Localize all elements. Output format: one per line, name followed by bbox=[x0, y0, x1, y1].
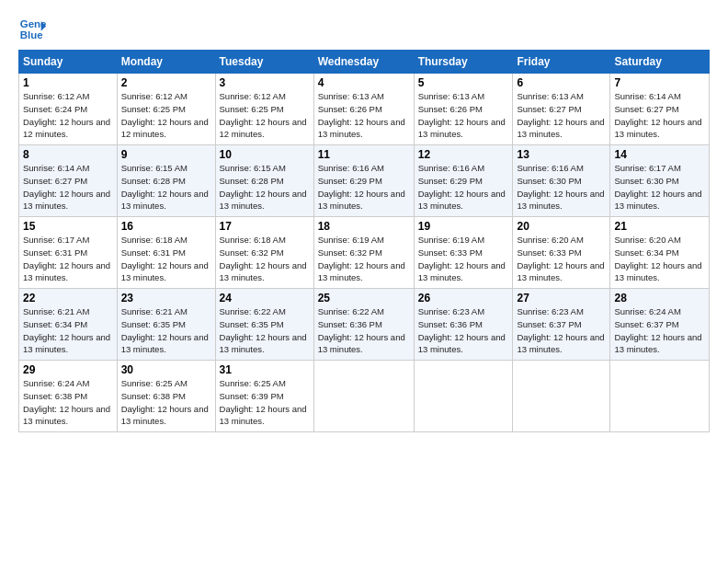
day-info: Sunrise: 6:20 AMSunset: 6:33 PMDaylight:… bbox=[517, 235, 604, 282]
calendar-week-1: 1 Sunrise: 6:12 AMSunset: 6:24 PMDayligh… bbox=[19, 74, 710, 145]
day-number: 15 bbox=[23, 220, 113, 233]
day-number: 27 bbox=[517, 292, 606, 304]
calendar-cell: 13 Sunrise: 6:16 AMSunset: 6:30 PMDaylig… bbox=[513, 145, 610, 217]
day-info: Sunrise: 6:18 AMSunset: 6:32 PMDaylight:… bbox=[220, 235, 307, 282]
calendar-cell: 16 Sunrise: 6:18 AMSunset: 6:31 PMDaylig… bbox=[117, 217, 215, 289]
day-number: 1 bbox=[23, 76, 113, 89]
logo: General Blue bbox=[18, 15, 46, 42]
calendar-cell bbox=[313, 361, 414, 432]
day-number: 31 bbox=[220, 363, 310, 376]
day-info: Sunrise: 6:13 AMSunset: 6:26 PMDaylight:… bbox=[418, 91, 506, 139]
day-number: 8 bbox=[23, 148, 113, 161]
calendar-cell: 22 Sunrise: 6:21 AMSunset: 6:34 PMDaylig… bbox=[19, 289, 118, 361]
day-info: Sunrise: 6:21 AMSunset: 6:34 PMDaylight:… bbox=[23, 306, 110, 354]
weekday-header-friday: Friday bbox=[513, 51, 610, 74]
day-info: Sunrise: 6:24 AMSunset: 6:37 PMDaylight:… bbox=[614, 306, 701, 354]
logo-icon: General Blue bbox=[18, 15, 46, 42]
calendar-week-4: 22 Sunrise: 6:21 AMSunset: 6:34 PMDaylig… bbox=[19, 289, 710, 361]
calendar-cell bbox=[414, 361, 513, 432]
day-number: 14 bbox=[614, 148, 705, 161]
day-info: Sunrise: 6:23 AMSunset: 6:37 PMDaylight:… bbox=[517, 306, 604, 354]
day-number: 21 bbox=[614, 220, 705, 233]
calendar-cell: 17 Sunrise: 6:18 AMSunset: 6:32 PMDaylig… bbox=[215, 217, 313, 289]
day-info: Sunrise: 6:24 AMSunset: 6:38 PMDaylight:… bbox=[23, 378, 110, 426]
weekday-header-saturday: Saturday bbox=[610, 51, 710, 74]
day-info: Sunrise: 6:21 AMSunset: 6:35 PMDaylight:… bbox=[121, 306, 209, 354]
day-info: Sunrise: 6:25 AMSunset: 6:39 PMDaylight:… bbox=[220, 378, 307, 426]
calendar-cell: 7 Sunrise: 6:14 AMSunset: 6:27 PMDayligh… bbox=[610, 74, 710, 145]
day-info: Sunrise: 6:20 AMSunset: 6:34 PMDaylight:… bbox=[614, 235, 701, 282]
day-number: 7 bbox=[614, 76, 705, 89]
calendar-table: SundayMondayTuesdayWednesdayThursdayFrid… bbox=[18, 50, 710, 432]
day-number: 10 bbox=[220, 148, 310, 161]
day-number: 19 bbox=[418, 220, 509, 233]
weekday-header-tuesday: Tuesday bbox=[215, 51, 313, 74]
day-info: Sunrise: 6:13 AMSunset: 6:26 PMDaylight:… bbox=[318, 91, 405, 139]
day-info: Sunrise: 6:12 AMSunset: 6:24 PMDaylight:… bbox=[23, 91, 110, 139]
day-number: 4 bbox=[318, 76, 410, 89]
calendar-cell: 8 Sunrise: 6:14 AMSunset: 6:27 PMDayligh… bbox=[19, 145, 118, 217]
day-number: 9 bbox=[121, 148, 211, 161]
calendar-cell: 6 Sunrise: 6:13 AMSunset: 6:27 PMDayligh… bbox=[513, 74, 610, 145]
day-number: 16 bbox=[121, 220, 211, 233]
calendar-week-5: 29 Sunrise: 6:24 AMSunset: 6:38 PMDaylig… bbox=[19, 361, 710, 432]
calendar-cell bbox=[610, 361, 710, 432]
day-number: 23 bbox=[121, 292, 211, 304]
day-number: 18 bbox=[318, 220, 410, 233]
calendar-cell: 20 Sunrise: 6:20 AMSunset: 6:33 PMDaylig… bbox=[513, 217, 610, 289]
day-number: 5 bbox=[418, 76, 509, 89]
weekday-header-sunday: Sunday bbox=[19, 51, 118, 74]
day-info: Sunrise: 6:16 AMSunset: 6:29 PMDaylight:… bbox=[318, 163, 405, 211]
day-info: Sunrise: 6:13 AMSunset: 6:27 PMDaylight:… bbox=[517, 91, 604, 139]
calendar-cell: 26 Sunrise: 6:23 AMSunset: 6:36 PMDaylig… bbox=[414, 289, 513, 361]
day-info: Sunrise: 6:16 AMSunset: 6:30 PMDaylight:… bbox=[517, 163, 604, 211]
calendar-cell: 21 Sunrise: 6:20 AMSunset: 6:34 PMDaylig… bbox=[610, 217, 710, 289]
calendar-cell: 30 Sunrise: 6:25 AMSunset: 6:38 PMDaylig… bbox=[117, 361, 215, 432]
day-number: 22 bbox=[23, 292, 113, 304]
day-info: Sunrise: 6:22 AMSunset: 6:36 PMDaylight:… bbox=[318, 306, 405, 354]
calendar-cell: 10 Sunrise: 6:15 AMSunset: 6:28 PMDaylig… bbox=[215, 145, 313, 217]
day-info: Sunrise: 6:25 AMSunset: 6:38 PMDaylight:… bbox=[121, 378, 209, 426]
calendar-cell: 9 Sunrise: 6:15 AMSunset: 6:28 PMDayligh… bbox=[117, 145, 215, 217]
calendar-cell: 4 Sunrise: 6:13 AMSunset: 6:26 PMDayligh… bbox=[313, 74, 414, 145]
calendar-cell bbox=[513, 361, 610, 432]
calendar-week-2: 8 Sunrise: 6:14 AMSunset: 6:27 PMDayligh… bbox=[19, 145, 710, 217]
weekday-header-thursday: Thursday bbox=[414, 51, 513, 74]
page: General Blue SundayMondayTuesdayWednesda… bbox=[0, 0, 728, 563]
calendar-cell: 28 Sunrise: 6:24 AMSunset: 6:37 PMDaylig… bbox=[610, 289, 710, 361]
day-number: 12 bbox=[418, 148, 509, 161]
day-number: 2 bbox=[121, 76, 211, 89]
calendar-cell: 14 Sunrise: 6:17 AMSunset: 6:30 PMDaylig… bbox=[610, 145, 710, 217]
day-info: Sunrise: 6:14 AMSunset: 6:27 PMDaylight:… bbox=[614, 91, 701, 139]
day-number: 13 bbox=[517, 148, 606, 161]
calendar-cell: 27 Sunrise: 6:23 AMSunset: 6:37 PMDaylig… bbox=[513, 289, 610, 361]
svg-text:Blue: Blue bbox=[20, 29, 43, 40]
day-number: 20 bbox=[517, 220, 606, 233]
day-number: 3 bbox=[220, 76, 310, 89]
day-number: 25 bbox=[318, 292, 410, 304]
day-info: Sunrise: 6:17 AMSunset: 6:30 PMDaylight:… bbox=[614, 163, 701, 211]
day-info: Sunrise: 6:17 AMSunset: 6:31 PMDaylight:… bbox=[23, 235, 110, 282]
weekday-header-wednesday: Wednesday bbox=[313, 51, 414, 74]
weekday-header-monday: Monday bbox=[117, 51, 215, 74]
day-number: 24 bbox=[220, 292, 310, 304]
calendar-cell: 1 Sunrise: 6:12 AMSunset: 6:24 PMDayligh… bbox=[19, 74, 118, 145]
calendar-cell: 15 Sunrise: 6:17 AMSunset: 6:31 PMDaylig… bbox=[19, 217, 118, 289]
header: General Blue bbox=[18, 15, 710, 42]
calendar-cell: 11 Sunrise: 6:16 AMSunset: 6:29 PMDaylig… bbox=[313, 145, 414, 217]
day-number: 28 bbox=[614, 292, 705, 304]
calendar-week-3: 15 Sunrise: 6:17 AMSunset: 6:31 PMDaylig… bbox=[19, 217, 710, 289]
day-info: Sunrise: 6:16 AMSunset: 6:29 PMDaylight:… bbox=[418, 163, 506, 211]
day-info: Sunrise: 6:19 AMSunset: 6:33 PMDaylight:… bbox=[418, 235, 506, 282]
calendar-cell: 23 Sunrise: 6:21 AMSunset: 6:35 PMDaylig… bbox=[117, 289, 215, 361]
day-info: Sunrise: 6:15 AMSunset: 6:28 PMDaylight:… bbox=[121, 163, 209, 211]
day-info: Sunrise: 6:14 AMSunset: 6:27 PMDaylight:… bbox=[23, 163, 110, 211]
calendar-cell: 25 Sunrise: 6:22 AMSunset: 6:36 PMDaylig… bbox=[313, 289, 414, 361]
calendar-cell: 18 Sunrise: 6:19 AMSunset: 6:32 PMDaylig… bbox=[313, 217, 414, 289]
day-info: Sunrise: 6:22 AMSunset: 6:35 PMDaylight:… bbox=[220, 306, 307, 354]
calendar-cell: 12 Sunrise: 6:16 AMSunset: 6:29 PMDaylig… bbox=[414, 145, 513, 217]
day-number: 11 bbox=[318, 148, 410, 161]
day-number: 29 bbox=[23, 363, 113, 376]
day-info: Sunrise: 6:12 AMSunset: 6:25 PMDaylight:… bbox=[121, 91, 209, 139]
day-number: 26 bbox=[418, 292, 509, 304]
